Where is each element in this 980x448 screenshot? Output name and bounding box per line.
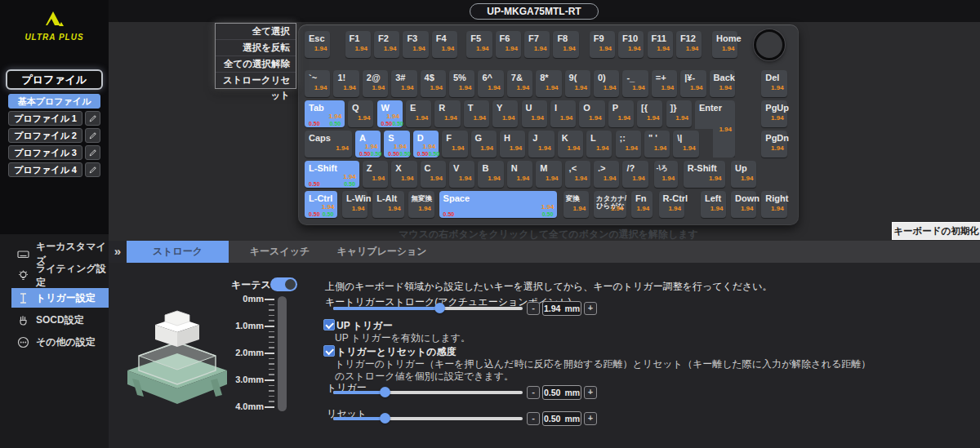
slider-handle[interactable] <box>434 303 445 313</box>
key-Del[interactable]: Del1.94 <box>761 70 786 97</box>
key-K[interactable]: K1.94 <box>558 131 583 157</box>
key-=+[interactable]: =+1.94 <box>652 70 677 97</box>
key-Caps[interactable]: Caps1.94 <box>305 131 352 157</box>
key-PgUp[interactable]: PgUp1.94 <box>761 100 786 127</box>
sidebar-item[interactable]: ライティング設定 <box>11 266 109 286</box>
key-Q[interactable]: Q1.94 <box>348 100 373 127</box>
key-R[interactable]: R1.94 <box>434 100 460 127</box>
key-Esc[interactable]: Esc1.94 <box>305 31 330 58</box>
key-F9[interactable]: F91.94 <box>590 31 615 58</box>
key-0)[interactable]: 0)1.94 <box>594 70 619 97</box>
profile-edit-button[interactable] <box>85 162 100 177</box>
key-7&[interactable]: 7&1.94 <box>507 70 532 97</box>
trigger-minus-button[interactable]: - <box>527 386 540 399</box>
key-Space[interactable]: Space1.940.500.50 <box>439 191 558 218</box>
sidebar-item[interactable]: キーカスタマイズ <box>11 244 109 264</box>
keyboard-reset-button[interactable]: キーボードの初期化 <box>892 222 980 240</box>
key-4$[interactable]: 4$1.94 <box>421 70 446 97</box>
tab-3[interactable]: キャリブレーション <box>331 241 433 263</box>
key-O[interactable]: O1.94 <box>579 100 604 127</box>
key-Back[interactable]: Back1.94 <box>710 70 735 97</box>
key-L-Ctrl[interactable]: L-Ctrl1.940.500.50 <box>305 191 337 218</box>
slider-handle[interactable] <box>380 413 390 424</box>
stroke-minus-button[interactable]: - <box>527 302 540 315</box>
key-[{[interactable]: [{1.94 <box>637 100 662 127</box>
key-F3[interactable]: F31.94 <box>403 31 428 58</box>
key-J[interactable]: J1.94 <box>528 131 554 157</box>
key-R-Ctrl[interactable]: R-Ctrl1.94 <box>659 191 684 218</box>
key-B[interactable]: B1.94 <box>478 161 503 188</box>
key-F10[interactable]: F101.94 <box>618 31 644 58</box>
key-,<[interactable]: ,<1.94 <box>565 161 590 188</box>
key-D[interactable]: D1.940.500.50 <box>413 131 439 157</box>
reset-slider[interactable] <box>333 413 523 424</box>
up-trigger-checkbox[interactable] <box>323 319 335 330</box>
key-\|[interactable]: \|1.94 <box>673 131 698 157</box>
key-W[interactable]: W1.940.500.50 <box>377 100 403 127</box>
key-Enter[interactable]: Enter1.94 <box>695 100 735 157</box>
key-F8[interactable]: F81.94 <box>553 31 578 58</box>
key-P[interactable]: P1.94 <box>608 100 634 127</box>
key-U[interactable]: U1.94 <box>522 100 547 127</box>
key-G[interactable]: G1.94 <box>471 131 497 157</box>
key-F2[interactable]: F21.94 <box>374 31 399 58</box>
sensitivity-checkbox[interactable] <box>323 345 335 357</box>
key-Fn[interactable]: Fn1.94 <box>631 191 653 218</box>
key-Up[interactable]: Up1.94 <box>731 161 756 188</box>
ruler-track[interactable] <box>278 296 287 411</box>
slider-handle[interactable] <box>380 387 390 397</box>
key-A[interactable]: A1.940.500.50 <box>355 131 381 157</box>
key-test-toggle[interactable] <box>270 277 297 291</box>
key-F[interactable]: F1.94 <box>442 131 467 157</box>
key-無変換[interactable]: 無変換1.94 <box>408 191 434 218</box>
profile-button[interactable]: プロファイル 4 <box>8 162 82 177</box>
profile-button[interactable]: プロファイル 1 <box>8 111 82 126</box>
sidebar-item[interactable]: その他の設定 <box>11 332 109 352</box>
key-E[interactable]: E1.94 <box>406 100 431 127</box>
key-カタカナ/[interactable]: カタカナ/ひらがな1.94 <box>594 191 626 218</box>
stroke-plus-button[interactable]: + <box>584 302 597 315</box>
key-Left[interactable]: Left1.94 <box>701 191 726 218</box>
key--\ろ[interactable]: -\ろ1.94 <box>654 161 679 188</box>
key-.>[interactable]: .>1.94 <box>594 161 619 188</box>
key-R-Shift[interactable]: R-Shift1.94 <box>684 161 725 188</box>
profile-edit-button[interactable] <box>85 111 100 126</box>
key-`~[interactable]: `~1.94 <box>305 70 330 97</box>
key-F1[interactable]: F11.94 <box>345 31 371 58</box>
key-9([interactable]: 9(1.94 <box>565 70 590 97</box>
key--_[interactable]: -_1.94 <box>622 70 648 97</box>
key-Z[interactable]: Z1.94 <box>363 161 388 188</box>
key-;:[interactable]: ;:1.94 <box>616 131 641 157</box>
key-8*[interactable]: 8*1.94 <box>536 70 561 97</box>
key-F4[interactable]: F41.94 <box>432 31 457 58</box>
collapse-chevron-icon[interactable]: » <box>109 241 127 263</box>
key-3#[interactable]: 3#1.94 <box>391 70 416 97</box>
reset-minus-button[interactable]: - <box>527 412 540 425</box>
key-M[interactable]: M1.94 <box>536 161 561 188</box>
key-V[interactable]: V1.94 <box>449 161 474 188</box>
key-6^[interactable]: 6^1.94 <box>478 70 503 97</box>
stroke-slider[interactable] <box>333 303 523 314</box>
key-Y[interactable]: Y1.94 <box>492 100 518 127</box>
key-N[interactable]: N1.94 <box>507 161 532 188</box>
key-F12[interactable]: F121.94 <box>676 31 702 58</box>
context-menu-item[interactable]: 選択を反転 <box>216 40 296 56</box>
key-5%[interactable]: 5%1.94 <box>449 70 474 97</box>
trigger-plus-button[interactable]: + <box>584 386 597 399</box>
key-L-Alt[interactable]: L-Alt1.94 <box>372 191 404 218</box>
key-" '[interactable]: " '1.94 <box>644 131 670 157</box>
key-L[interactable]: L1.94 <box>586 131 612 157</box>
key-L-Shift[interactable]: L-Shift1.940.500.50 <box>305 161 359 188</box>
key-C[interactable]: C1.94 <box>421 161 446 188</box>
key-F7[interactable]: F71.94 <box>524 31 550 58</box>
profile-button[interactable]: プロファイル 3 <box>8 145 82 160</box>
key-Home[interactable]: Home1.94 <box>712 31 737 58</box>
key-Down[interactable]: Down1.94 <box>731 191 756 218</box>
key-T[interactable]: T1.94 <box>464 100 489 127</box>
key-変換[interactable]: 変換1.94 <box>564 191 589 218</box>
key-]}[interactable]: ]}1.94 <box>666 100 692 127</box>
key-I[interactable]: I1.94 <box>550 100 576 127</box>
key-PgDn[interactable]: PgDn1.94 <box>761 131 786 157</box>
key-S[interactable]: S1.940.500.50 <box>384 131 409 157</box>
key-F11[interactable]: F111.94 <box>648 31 673 58</box>
